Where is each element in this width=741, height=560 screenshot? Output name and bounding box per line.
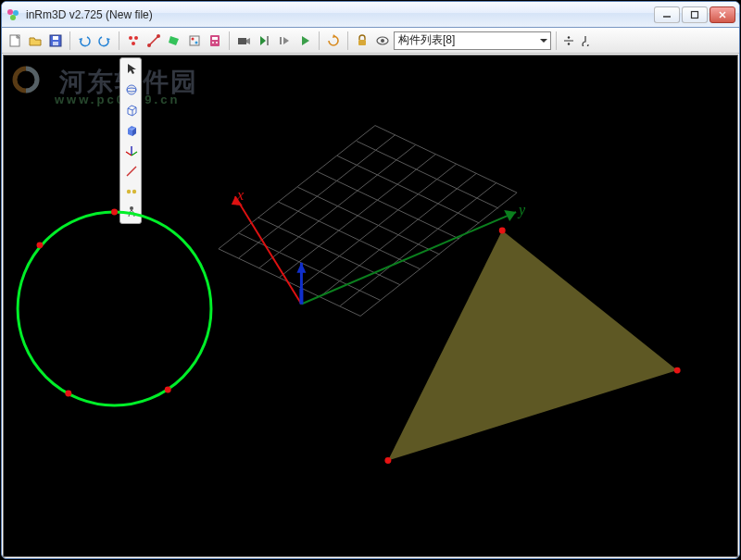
redo-icon[interactable] — [95, 31, 114, 50]
svg-point-11 — [129, 36, 132, 40]
minimize-button[interactable] — [654, 6, 680, 23]
open-icon[interactable] — [26, 31, 44, 50]
separator — [319, 31, 320, 50]
window-controls — [654, 6, 735, 23]
svg-line-59 — [375, 126, 517, 193]
triangle-face[interactable] — [384, 227, 680, 464]
divide-icon[interactable] — [561, 33, 576, 48]
circle-shape[interactable] — [18, 209, 211, 405]
svg-point-70 — [36, 242, 43, 248]
svg-point-1 — [13, 10, 19, 16]
refresh-icon[interactable] — [324, 31, 343, 50]
svg-rect-25 — [267, 36, 269, 45]
svg-rect-17 — [190, 36, 199, 45]
svg-point-68 — [18, 212, 211, 405]
svg-point-32 — [568, 43, 570, 44]
scene-canvas — [4, 56, 737, 556]
save-icon[interactable] — [46, 31, 65, 50]
separator — [556, 31, 557, 50]
svg-line-45 — [259, 144, 416, 268]
app-window: inRm3D v2.725 (New file) 构件列表[8] — [1, 1, 740, 559]
svg-point-29 — [381, 39, 384, 43]
svg-line-51 — [219, 249, 360, 317]
svg-rect-21 — [212, 37, 218, 40]
main-toolbar: 构件列表[8] — [2, 28, 739, 54]
svg-point-0 — [7, 9, 13, 15]
svg-point-12 — [134, 36, 138, 40]
close-button[interactable] — [710, 6, 735, 23]
app-icon — [6, 7, 20, 22]
svg-point-15 — [147, 44, 151, 47]
svg-rect-27 — [358, 40, 366, 45]
svg-point-72 — [165, 387, 171, 393]
edge-tool-icon[interactable] — [144, 31, 163, 50]
point-tool-icon[interactable] — [124, 31, 143, 50]
y-axis-label: y — [519, 202, 525, 218]
svg-marker-64 — [388, 230, 677, 461]
lock-icon[interactable] — [353, 31, 371, 50]
separator — [119, 31, 119, 50]
svg-rect-26 — [280, 37, 282, 44]
svg-point-19 — [195, 41, 198, 44]
object-list-dropdown[interactable]: 构件列表[8] — [394, 31, 551, 50]
svg-line-53 — [258, 218, 400, 285]
camera-icon[interactable] — [234, 31, 253, 50]
svg-line-60 — [235, 196, 302, 304]
svg-point-65 — [499, 227, 506, 233]
visibility-icon[interactable] — [373, 31, 392, 50]
play-pause-icon[interactable] — [255, 31, 273, 50]
svg-rect-4 — [692, 11, 698, 18]
hook-icon[interactable] — [578, 33, 593, 48]
face-color-icon[interactable] — [165, 31, 183, 50]
svg-point-18 — [192, 37, 195, 40]
svg-point-2 — [10, 15, 16, 20]
svg-point-69 — [111, 209, 118, 216]
svg-point-66 — [674, 367, 681, 374]
window-title: inRm3D v2.725 (New file) — [26, 8, 153, 21]
svg-point-30 — [568, 36, 570, 38]
svg-point-16 — [157, 34, 160, 38]
undo-icon[interactable] — [75, 31, 94, 50]
play-icon[interactable] — [295, 31, 314, 50]
svg-rect-9 — [53, 36, 58, 40]
svg-rect-10 — [53, 42, 58, 45]
new-icon[interactable] — [6, 31, 24, 50]
x-axis-label: x — [237, 187, 244, 204]
svg-rect-24 — [238, 38, 246, 44]
dropdown-label: 构件列表[8] — [398, 32, 455, 48]
style-icon[interactable] — [185, 31, 204, 50]
svg-point-71 — [65, 390, 71, 396]
title-bar: inRm3D v2.725 (New file) — [2, 2, 739, 28]
calculator-icon[interactable] — [206, 31, 224, 50]
3d-viewport[interactable]: 河东软件园 www.pc0359.cn — [3, 55, 738, 557]
ground-grid — [219, 126, 517, 317]
separator — [69, 31, 70, 50]
separator — [229, 31, 230, 50]
svg-point-23 — [216, 42, 218, 44]
svg-line-14 — [149, 36, 158, 45]
separator — [347, 31, 348, 50]
maximize-button[interactable] — [682, 6, 708, 23]
svg-rect-20 — [210, 35, 220, 46]
svg-point-67 — [384, 457, 391, 464]
svg-point-22 — [212, 42, 214, 44]
svg-point-13 — [132, 42, 135, 45]
step-icon[interactable] — [275, 31, 294, 50]
